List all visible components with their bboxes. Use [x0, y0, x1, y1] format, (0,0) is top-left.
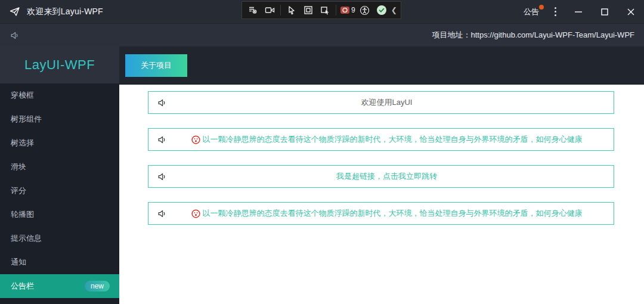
sidebar-item-label: 通知: [11, 257, 26, 268]
maximize-button[interactable]: [592, 0, 618, 24]
debug-toolbar: 9 ❮: [242, 1, 401, 19]
sidebar-item-label: 穿梭框: [11, 90, 34, 101]
toolbar-divider: [280, 5, 281, 15]
sidebar: LayUI-WPF 穿梭框 树形组件 树选择 滑块 评分 轮播图 提示信息 通知…: [0, 46, 119, 304]
sidebar-item[interactable]: 滑块: [0, 155, 119, 179]
sidebar-item[interactable]: 评分: [0, 179, 119, 203]
accessibility-icon[interactable]: [358, 3, 372, 17]
sidebar-item-label: 提示信息: [11, 233, 42, 244]
sidebar-item-label: 公告栏: [11, 281, 34, 291]
sidebar-item[interactable]: 树形组件: [0, 107, 119, 131]
sidebar-item[interactable]: 提示信息: [0, 227, 119, 250]
notice-bar[interactable]: 以一颗冷静思辨的态度去看待这个物质浮躁的新时代，大环境，恰当处理自身与外界环境的…: [148, 128, 614, 151]
toolbar-divider: [336, 5, 336, 15]
window-title: 欢迎来到Layui-WPF: [27, 7, 103, 17]
sidebar-item-label: 评分: [11, 185, 26, 196]
notice-text: 以一颗冷静思辨的态度去看待这个物质浮躁的新时代，大环境，恰当处理自身与外界环境的…: [203, 134, 583, 145]
notice-text: 以一颗冷静思辨的态度去看待这个物质浮躁的新时代，大环境，恰当处理自身与外界环境的…: [203, 208, 583, 219]
sidebar-item-label: 轮播图: [11, 209, 34, 220]
sidebar-item[interactable]: 树选择: [0, 131, 119, 155]
collapse-chevron-icon[interactable]: ❮: [391, 6, 397, 14]
record-count: 9: [351, 6, 355, 14]
sidebar-item-label: 滑块: [11, 162, 26, 172]
titlebar: 欢迎来到Layui-WPF: [0, 0, 644, 24]
announcement-label: 公告: [524, 7, 539, 17]
app-window: 欢迎来到Layui-WPF: [0, 0, 644, 304]
project-url-text[interactable]: 项目地址：https://github.com/Layui-WPF-Team/L…: [432, 30, 634, 41]
app-brand: LayUI-WPF: [24, 57, 95, 73]
speaker-icon: [157, 172, 167, 182]
surprised-emoji-icon: [191, 209, 200, 218]
announcement-dot-badge: [539, 5, 544, 10]
screen-record-icon[interactable]: [262, 3, 277, 17]
display-layout-icon[interactable]: [301, 3, 315, 17]
sidebar-item-label: 树选择: [11, 138, 34, 148]
notice-list: 欢迎使用LayUI 以一颗冷静思辨的态度去看待这个物质浮躁的新时代，大环境，恰当…: [119, 85, 644, 304]
sidebar-item[interactable]: 轮播图: [0, 203, 119, 227]
speaker-icon: [157, 98, 167, 108]
announcement-button[interactable]: 公告: [518, 0, 545, 24]
select-region-icon[interactable]: [318, 3, 332, 17]
sidebar-nav: 穿梭框 树形组件 树选择 滑块 评分 轮播图 提示信息 通知 公告栏 new: [0, 83, 119, 298]
select-element-icon[interactable]: [284, 3, 299, 17]
close-button[interactable]: [618, 0, 644, 24]
sidebar-item[interactable]: 穿梭框: [0, 83, 119, 107]
notice-text: 欢迎使用LayUI: [361, 97, 413, 108]
main-content: 关于项目 欢迎使用LayUI 以一颗冷静思辨的态度去看待这个物质浮躁: [119, 46, 644, 304]
minimize-button[interactable]: [565, 0, 592, 24]
sidebar-item[interactable]: 通知: [0, 250, 119, 274]
sidebar-logo-area: LayUI-WPF: [0, 46, 119, 83]
notice-bar[interactable]: 欢迎使用LayUI: [148, 91, 614, 114]
sidebar-item-label: 树形组件: [11, 114, 42, 125]
notice-text: 我是超链接，点击我立即跳转: [336, 171, 437, 182]
app-logo-paper-plane-icon: [8, 5, 21, 18]
notice-bar[interactable]: 我是超链接，点击我立即跳转: [148, 165, 614, 188]
subheader-bar: 项目地址：https://github.com/Layui-WPF-Team/L…: [0, 24, 644, 46]
more-menu-button[interactable]: [545, 0, 565, 24]
new-badge: new: [85, 281, 110, 291]
body: LayUI-WPF 穿梭框 树形组件 树选择 滑块 评分 轮播图 提示信息 通知…: [0, 46, 644, 304]
speaker-icon: [157, 209, 167, 219]
status-check-icon[interactable]: [374, 3, 389, 17]
sidebar-item[interactable]: 公告栏 new: [0, 274, 119, 298]
titlebar-controls: 公告: [518, 0, 644, 24]
record-badge-icon[interactable]: 9: [340, 6, 355, 14]
speaker-icon: [10, 30, 20, 41]
notice-bar[interactable]: 以一颗冷静思辨的态度去看待这个物质浮躁的新时代，大环境，恰当处理自身与外界环境的…: [148, 202, 614, 225]
element-inspector-icon[interactable]: [246, 3, 260, 17]
speaker-icon: [157, 135, 167, 145]
content-header: 关于项目: [119, 46, 644, 85]
about-project-button[interactable]: 关于项目: [125, 54, 187, 77]
surprised-emoji-icon: [191, 135, 200, 144]
